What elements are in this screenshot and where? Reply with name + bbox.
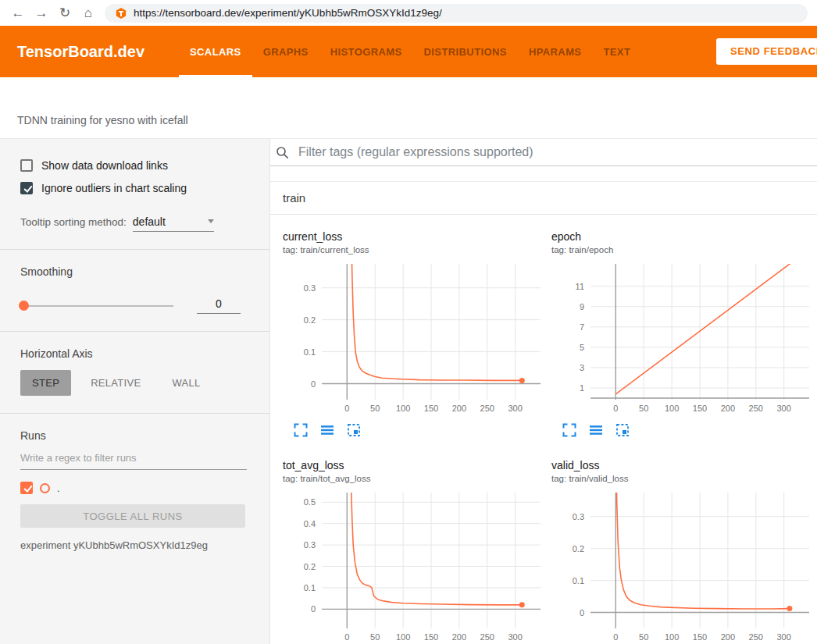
chart-title: tot_avg_loss	[283, 459, 545, 471]
home-icon[interactable]: ⌂	[77, 5, 100, 21]
svg-text:150: 150	[693, 632, 707, 642]
svg-text:100: 100	[665, 404, 679, 413]
ignore-outliers-label: Ignore outliers in chart scaling	[41, 182, 187, 194]
chart-card: current_loss tag: train/current_loss 050…	[283, 226, 545, 437]
tooltip-sorting-row: Tooltip sorting method: default	[20, 215, 249, 232]
svg-text:50: 50	[370, 404, 380, 413]
experiment-title: TDNN training for yesno with icefall	[0, 77, 817, 126]
svg-text:300: 300	[508, 404, 523, 413]
tab-scalars[interactable]: SCALARS	[179, 26, 252, 77]
tooltip-sorting-value: default	[133, 215, 166, 228]
fit-domain-icon[interactable]	[347, 423, 361, 437]
svg-text:200: 200	[721, 632, 735, 642]
smoothing-value-input[interactable]: 0	[197, 297, 241, 314]
show-download-links-label: Show data download links	[41, 159, 168, 172]
svg-text:200: 200	[452, 632, 466, 642]
scalar-chart[interactable]: 05010015020025030000.10.20.3	[551, 489, 814, 644]
smoothing-slider-row: 0	[20, 297, 249, 314]
address-bar[interactable]: https://tensorboard.dev/experiment/yKUbh…	[105, 4, 808, 23]
show-download-links-checkbox[interactable]	[20, 159, 33, 172]
reload-icon[interactable]: ↻	[53, 5, 77, 21]
tag-filter-input[interactable]	[297, 144, 817, 160]
svg-text:0: 0	[613, 404, 618, 413]
runs-filter-input[interactable]	[20, 445, 247, 470]
svg-text:0: 0	[344, 632, 349, 642]
svg-text:50: 50	[370, 632, 380, 642]
runs-list-icon[interactable]	[589, 423, 603, 437]
subheader: TDNN training for yesno with icefall	[0, 77, 817, 139]
svg-text:250: 250	[749, 404, 763, 413]
svg-text:5: 5	[580, 343, 584, 352]
chart-card: tot_avg_loss tag: train/tot_avg_loss 050…	[283, 454, 545, 644]
chart-actions	[551, 423, 814, 437]
search-icon	[276, 146, 289, 159]
svg-text:3: 3	[580, 363, 584, 372]
svg-text:250: 250	[480, 404, 494, 413]
run-color-swatch	[40, 483, 50, 493]
axis-step-button[interactable]: STEP	[20, 370, 71, 396]
runs-list-icon[interactable]	[320, 423, 334, 437]
expand-icon[interactable]	[562, 423, 576, 437]
svg-text:150: 150	[424, 632, 438, 642]
forward-icon[interactable]: →	[30, 5, 53, 21]
scalar-chart[interactable]: 05010015020025030000.10.20.3	[283, 261, 545, 417]
ignore-outliers-checkbox[interactable]	[20, 182, 33, 194]
svg-text:0.2: 0.2	[304, 315, 316, 325]
horizontal-axis-buttons: STEP RELATIVE WALL	[20, 370, 249, 396]
content: Show data download links Ignore outliers…	[0, 139, 817, 644]
svg-text:0.5: 0.5	[304, 497, 316, 507]
tab-hparams[interactable]: HPARAMS	[518, 26, 593, 77]
svg-text:0.1: 0.1	[573, 576, 584, 585]
horizontal-axis-label: Horizontal Axis	[20, 347, 249, 360]
svg-text:300: 300	[508, 632, 523, 642]
axis-wall-button[interactable]: WALL	[160, 370, 212, 396]
svg-text:0.2: 0.2	[573, 544, 584, 553]
settings-sidebar: Show data download links Ignore outliers…	[0, 139, 270, 644]
scalar-chart[interactable]: 0501001502002503001357911	[551, 261, 814, 417]
tab-graphs[interactable]: GRAPHS	[252, 26, 319, 77]
tensorboard-favicon	[116, 8, 127, 19]
fit-domain-icon[interactable]	[615, 423, 630, 437]
smoothing-slider-thumb[interactable]	[19, 301, 29, 311]
chart-title: current_loss	[283, 230, 545, 243]
tooltip-sorting-label: Tooltip sorting method:	[20, 216, 127, 228]
chart-title: valid_loss	[551, 459, 814, 471]
send-feedback-button[interactable]: SEND FEEDBACK	[716, 38, 817, 65]
smoothing-slider[interactable]	[20, 305, 173, 307]
svg-text:0.4: 0.4	[304, 519, 316, 528]
tab-text[interactable]: TEXT	[592, 26, 641, 77]
toggle-all-runs-button[interactable]: TOGGLE ALL RUNS	[20, 504, 245, 528]
charts-grid: current_loss tag: train/current_loss 050…	[270, 215, 817, 644]
chart-tag: tag: train/valid_loss	[551, 474, 814, 483]
chart-card: valid_loss tag: train/valid_loss 0501001…	[551, 454, 814, 644]
tag-group-header[interactable]: train	[270, 182, 817, 215]
tab-histograms[interactable]: HISTOGRAMS	[319, 26, 413, 77]
run-row[interactable]: .	[20, 482, 249, 494]
svg-text:300: 300	[777, 632, 791, 642]
svg-text:150: 150	[424, 404, 438, 413]
expand-icon[interactable]	[294, 423, 308, 437]
tab-distributions[interactable]: DISTRIBUTIONS	[413, 26, 518, 77]
axis-relative-button[interactable]: RELATIVE	[79, 370, 152, 396]
scalar-chart[interactable]: 05010015020025030000.10.20.30.40.5	[283, 489, 545, 644]
svg-text:0.2: 0.2	[304, 562, 316, 571]
svg-text:0.3: 0.3	[304, 540, 316, 550]
tooltip-sorting-select[interactable]: default	[133, 215, 214, 232]
smoothing-label: Smoothing	[20, 265, 249, 278]
tag-filter-row	[270, 139, 817, 166]
svg-text:0: 0	[613, 632, 618, 642]
chart-tag: tag: train/tot_avg_loss	[283, 474, 545, 483]
svg-text:0.3: 0.3	[304, 283, 316, 293]
app-header: TensorBoard.dev SCALARS GRAPHS HISTOGRAM…	[0, 26, 817, 77]
tag-group-train: train current_loss tag: train/current_lo…	[270, 181, 817, 644]
svg-text:250: 250	[749, 632, 763, 642]
show-download-links-row: Show data download links	[20, 159, 249, 172]
app-logo: TensorBoard.dev	[17, 43, 144, 61]
url-text: https://tensorboard.dev/experiment/yKUbh…	[134, 7, 442, 19]
svg-text:0.3: 0.3	[573, 512, 584, 521]
chart-tag: tag: train/epoch	[551, 245, 814, 254]
screen: ← → ↻ ⌂ https://tensorboard.dev/experime…	[0, 0, 817, 644]
svg-text:100: 100	[665, 632, 679, 642]
back-icon[interactable]: ←	[6, 5, 30, 21]
run-checkbox[interactable]	[20, 482, 33, 494]
